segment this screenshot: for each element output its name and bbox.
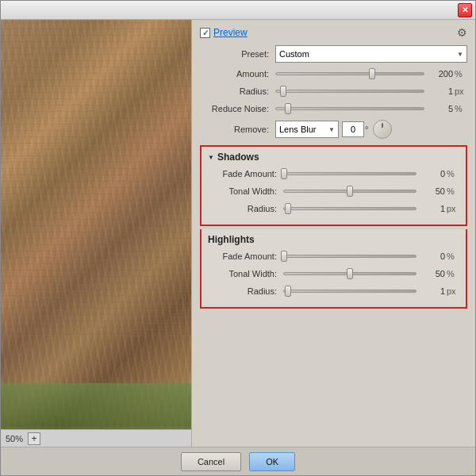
highlights-fade-label: Fade Amount:: [208, 251, 283, 261]
preset-dropdown[interactable]: Custom ▼: [275, 45, 467, 63]
highlights-radius-slider[interactable]: [283, 285, 416, 298]
preset-row: Preset: Custom ▼: [200, 45, 467, 63]
radius-slider-track: [275, 90, 424, 93]
remove-dropdown-arrow-icon: ▼: [328, 126, 335, 133]
image-background: [1, 20, 191, 447]
title-bar: ✕: [1, 1, 475, 20]
plus-icon: +: [32, 433, 37, 444]
shadows-section: ▼ Shadows Fade Amount: 0 % Tona: [200, 145, 467, 226]
highlights-title: Highlights: [208, 234, 255, 245]
shadows-title: Shadows: [217, 152, 259, 163]
shadows-fade-label: Fade Amount:: [208, 169, 283, 178]
shadows-radius-label: Radius:: [208, 204, 283, 213]
highlights-fade-row: Fade Amount: 0 %: [208, 250, 459, 263]
reduce-noise-slider-track: [275, 107, 424, 110]
preview-checkbox[interactable]: ✓: [200, 28, 210, 38]
image-panel: 50% +: [1, 20, 191, 447]
checkbox-check-icon: ✓: [202, 29, 209, 37]
controls-panel: ✓ Preview ⚙ Preset: Custom ▼ Amount:: [191, 20, 475, 447]
remove-dropdown[interactable]: Lens Blur ▼: [275, 121, 339, 138]
remove-value: Lens Blur: [279, 125, 316, 134]
remove-label: Remove:: [200, 125, 275, 134]
radius-slider-thumb[interactable]: [280, 86, 286, 97]
highlights-header: Highlights: [208, 234, 459, 245]
dropdown-arrow-icon: ▼: [457, 51, 463, 58]
shadows-tonal-thumb[interactable]: [347, 186, 353, 197]
preview-checkbox-wrap: ✓ Preview: [200, 27, 248, 38]
close-button[interactable]: ✕: [458, 3, 472, 17]
shadows-fade-row: Fade Amount: 0 %: [208, 167, 459, 180]
shadows-fade-slider[interactable]: [283, 167, 416, 180]
shadows-tonal-track: [283, 190, 416, 193]
preset-label: Preset:: [200, 49, 275, 59]
shadows-radius-slider[interactable]: [283, 202, 416, 215]
shadows-triangle-icon: ▼: [208, 154, 214, 161]
preview-label[interactable]: Preview: [213, 27, 248, 38]
shadows-tonal-value: 50: [420, 186, 445, 196]
texture-overlay: [1, 20, 191, 440]
gear-icon: ⚙: [457, 26, 467, 39]
reduce-noise-slider-thumb[interactable]: [285, 103, 291, 114]
reduce-noise-value: 5: [428, 104, 453, 113]
reduce-noise-unit: %: [455, 104, 467, 113]
highlights-fade-slider[interactable]: [283, 250, 416, 263]
highlights-radius-thumb[interactable]: [285, 286, 291, 297]
zoom-plus-button[interactable]: +: [28, 432, 40, 445]
highlights-tonal-thumb[interactable]: [347, 268, 353, 279]
highlights-fade-unit: %: [447, 251, 459, 261]
preview-row: ✓ Preview ⚙: [200, 26, 467, 39]
remove-dial[interactable]: [373, 120, 392, 139]
bottom-bar: Cancel OK: [1, 447, 475, 475]
app-window: ✕ 50%: [0, 0, 476, 476]
shadows-tonal-unit: %: [447, 186, 459, 196]
radius-row: Radius: 1 px: [200, 85, 467, 98]
highlights-radius-row: Radius: 1 px: [208, 285, 459, 298]
amount-value: 200: [428, 69, 453, 79]
amount-slider[interactable]: [275, 67, 424, 80]
highlights-fade-value: 0: [420, 251, 445, 261]
shadows-fade-unit: %: [447, 169, 459, 178]
shadows-tonal-row: Tonal Width: 50 %: [208, 185, 459, 198]
radius-value: 1: [428, 86, 453, 96]
highlights-tonal-track: [283, 272, 416, 275]
shadows-tonal-label: Tonal Width:: [208, 186, 283, 196]
remove-angle-input[interactable]: [342, 121, 364, 137]
preset-value: Custom: [279, 49, 309, 59]
radius-slider[interactable]: [275, 85, 424, 98]
shadows-fade-value: 0: [420, 169, 445, 178]
highlights-tonal-label: Tonal Width:: [208, 269, 283, 278]
zoom-level: 50%: [6, 434, 23, 443]
radius-label: Radius:: [200, 86, 275, 96]
shadows-fade-thumb[interactable]: [281, 168, 287, 179]
close-icon: ✕: [462, 6, 468, 14]
shadows-radius-thumb[interactable]: [285, 203, 291, 214]
shadows-radius-track: [283, 207, 416, 210]
highlights-radius-label: Radius:: [208, 286, 283, 296]
shadows-fade-track: [283, 172, 416, 175]
highlights-radius-value: 1: [420, 286, 445, 296]
amount-slider-track: [275, 72, 424, 75]
highlights-tonal-value: 50: [420, 269, 445, 278]
highlights-section: Highlights Fade Amount: 0 % Tonal Width:: [200, 229, 467, 309]
settings-gear-button[interactable]: ⚙: [457, 26, 467, 39]
ok-button[interactable]: OK: [249, 452, 295, 471]
shadows-radius-unit: px: [447, 204, 459, 213]
amount-slider-thumb[interactable]: [369, 68, 375, 79]
cancel-button[interactable]: Cancel: [181, 452, 241, 471]
shadows-tonal-slider[interactable]: [283, 185, 416, 198]
highlights-tonal-row: Tonal Width: 50 %: [208, 267, 459, 280]
shadows-header: ▼ Shadows: [208, 152, 459, 163]
reduce-noise-label: Reduce Noise:: [200, 104, 275, 113]
shadows-radius-row: Radius: 1 px: [208, 202, 459, 215]
highlights-tonal-slider[interactable]: [283, 267, 416, 280]
reduce-noise-slider[interactable]: [275, 102, 424, 115]
radius-unit: px: [455, 86, 467, 96]
highlights-fade-thumb[interactable]: [281, 251, 287, 262]
amount-row: Amount: 200 %: [200, 67, 467, 80]
amount-label: Amount:: [200, 69, 275, 79]
highlights-tonal-unit: %: [447, 269, 459, 278]
reduce-noise-row: Reduce Noise: 5 %: [200, 102, 467, 115]
amount-unit: %: [455, 69, 467, 79]
zoom-bar: 50% +: [1, 429, 191, 447]
highlights-radius-unit: px: [447, 286, 459, 296]
